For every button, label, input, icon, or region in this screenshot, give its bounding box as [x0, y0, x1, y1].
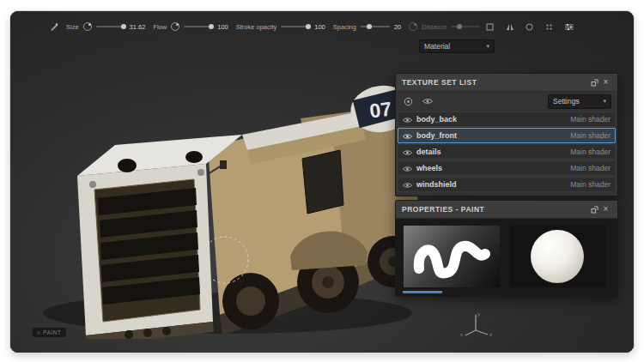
close-panel-icon[interactable]: ×: [600, 204, 611, 215]
settings-dropdown[interactable]: Settings ▾: [548, 94, 611, 109]
shader-label: Main shader: [570, 115, 611, 124]
panel-title: PROPERTIES - PAINT: [402, 205, 589, 214]
panel-title: TEXTURE SET LIST: [402, 78, 589, 87]
headlight: [197, 169, 204, 176]
stroke-opacity-field[interactable]: Stroke opacity 100: [236, 23, 325, 31]
texture-set-list-panel: TEXTURE SET LIST × Settings ▾ body_back: [395, 73, 618, 196]
chevron-down-icon: ▾: [603, 98, 606, 105]
truck-model[interactable]: 07: [26, 37, 429, 339]
texture-set-toolbar: Settings ▾: [396, 92, 617, 111]
size-slider[interactable]: [96, 26, 125, 27]
texture-set-row-details[interactable]: details Main shader: [398, 144, 616, 160]
spacing-value[interactable]: 20: [394, 23, 401, 31]
headlight: [89, 181, 96, 188]
status-icon: [37, 331, 40, 335]
roof-pod: [185, 151, 203, 163]
distance-dial[interactable]: [409, 22, 417, 31]
flow-field[interactable]: Flow 100: [153, 22, 228, 31]
stencil-icon[interactable]: [484, 21, 495, 32]
texture-set-rows: body_back Main shader body_front Main sh…: [396, 112, 617, 196]
size-dial[interactable]: [83, 22, 92, 31]
axis-label-z: z: [489, 332, 492, 337]
display-settings-icon[interactable]: [563, 21, 574, 32]
grid-icon[interactable]: [544, 21, 555, 32]
settings-label: Settings: [553, 97, 580, 106]
eye-icon[interactable]: [403, 144, 412, 160]
texture-set-name: body_back: [416, 115, 566, 124]
eye-icon[interactable]: [403, 112, 412, 127]
properties-header: PROPERTIES - PAINT ×: [396, 201, 617, 219]
stroke-opacity-value[interactable]: 100: [314, 23, 325, 31]
visibility-toggle-icon[interactable]: [422, 96, 434, 107]
mid-wheel-hub: [322, 276, 334, 288]
spacing-label: Spacing: [333, 23, 356, 31]
distance-slider[interactable]: [451, 26, 480, 27]
shader-label: Main shader: [570, 164, 611, 172]
brush-toolbar: Size 31.62 Flow 100 Stroke opacity 100 S…: [50, 18, 484, 35]
size-field[interactable]: Size 31.62: [66, 22, 145, 31]
texture-set-row-body-back[interactable]: body_back Main shader: [398, 112, 616, 127]
float-panel-icon[interactable]: [589, 204, 600, 215]
texture-set-row-wheels[interactable]: wheels Main shader: [398, 160, 616, 176]
texture-set-row-windshield[interactable]: windshield Main shader: [398, 177, 616, 192]
chevron-down-icon: ▾: [486, 43, 489, 50]
spacing-slider[interactable]: [361, 26, 390, 27]
float-panel-icon[interactable]: [589, 77, 600, 88]
shader-label: Main shader: [570, 148, 611, 156]
roof-pod: [118, 159, 137, 172]
axis-label-y: y: [477, 311, 480, 317]
stroke-opacity-slider[interactable]: [281, 26, 310, 27]
status-label: PAINT: [43, 329, 62, 335]
brush-stroke-preview[interactable]: [404, 226, 500, 287]
brush-previews: [396, 219, 617, 296]
axis-label-x: x: [460, 332, 463, 337]
decal-number: 07: [368, 98, 393, 123]
shader-label: Main shader: [570, 131, 611, 140]
horizontal-scrollbar[interactable]: [403, 291, 442, 293]
axis-gizmo: y x z: [457, 308, 495, 337]
cab-window: [302, 150, 343, 214]
size-label: Size: [66, 23, 79, 31]
distance-field[interactable]: Distance: [409, 22, 484, 31]
shader-label: Main shader: [570, 180, 611, 189]
bumper-detail: [143, 329, 152, 337]
flow-dial[interactable]: [171, 22, 179, 31]
flow-value[interactable]: 100: [217, 23, 228, 31]
shader-ball: [531, 230, 584, 283]
texture-set-name: details: [416, 148, 566, 156]
close-panel-icon[interactable]: ×: [600, 77, 611, 88]
flow-slider[interactable]: [184, 26, 213, 27]
brush-tool-icon[interactable]: [50, 22, 58, 31]
symmetry-icon[interactable]: [504, 21, 515, 32]
falloff-icon[interactable]: [524, 21, 535, 32]
texture-set-list-header: TEXTURE SET LIST ×: [396, 74, 617, 92]
status-chip: PAINT: [33, 328, 66, 337]
material-dropdown-label: Material: [424, 42, 450, 51]
size-value[interactable]: 31.62: [130, 23, 146, 31]
side-mirror: [220, 160, 227, 169]
material-dropdown[interactable]: Material ▾: [419, 39, 495, 53]
texture-set-name: windshield: [416, 180, 566, 189]
material-sphere-preview[interactable]: [509, 226, 605, 287]
viewport-toolbar-icons: [484, 21, 574, 32]
solo-material-icon[interactable]: [402, 96, 414, 107]
distance-label: Distance: [422, 23, 447, 31]
texture-set-name: wheels: [416, 164, 566, 172]
texture-set-row-body-front[interactable]: body_front Main shader: [398, 128, 616, 143]
spacing-field[interactable]: Spacing 20: [333, 23, 401, 31]
texture-set-name: body_front: [416, 131, 566, 140]
flow-label: Flow: [153, 23, 167, 31]
app-window: 07 PAINT y x z Size 31.62: [9, 10, 635, 353]
bumper-detail: [125, 330, 133, 339]
eye-icon[interactable]: [403, 160, 412, 176]
bumper-detail: [162, 327, 171, 335]
eye-icon[interactable]: [403, 128, 412, 143]
properties-paint-panel: PROPERTIES - PAINT ×: [395, 200, 618, 297]
front-wheel-rim: [236, 287, 265, 316]
eye-icon[interactable]: [403, 177, 412, 192]
stroke-opacity-label: Stroke opacity: [236, 23, 277, 31]
